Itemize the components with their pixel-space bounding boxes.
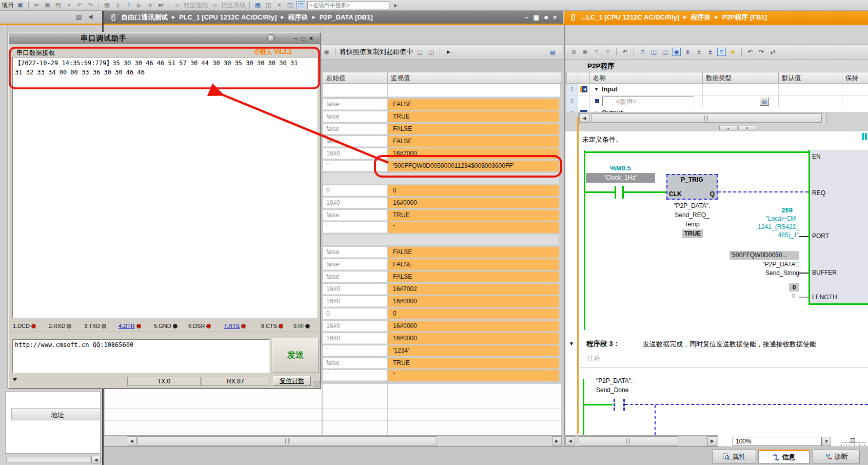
breadcrumb-segment[interactable]: 程序块 (288, 13, 308, 22)
pin-indicator-rts[interactable]: 7.RTS (224, 323, 246, 329)
restore-window-icon[interactable]: □ (302, 35, 305, 42)
breadcrumb-segment[interactable]: 自由口通讯测试 (121, 13, 168, 22)
watch-table-separator-row[interactable] (323, 173, 560, 184)
resize-grip[interactable] (313, 381, 320, 387)
scroll-left-icon[interactable]: ◀ (127, 436, 136, 445)
project-search-input[interactable] (307, 2, 389, 9)
start-cpu-icon[interactable]: ▶ (135, 1, 144, 9)
go-online-label[interactable]: 转至在线 (184, 1, 208, 10)
column-header-default[interactable]: 默认值 (779, 72, 842, 84)
remove-split-icon[interactable]: × (275, 1, 284, 9)
compile-icon[interactable]: ▦ (103, 1, 111, 9)
new-variable-field[interactable]: <新增> (602, 96, 694, 106)
reset-start-values-icon[interactable]: ↶ (621, 48, 629, 56)
copy-snapshot-to-start-icon[interactable]: ◫ (416, 48, 424, 56)
network-compress-icon[interactable]: ◫ (661, 48, 669, 56)
search-next-icon[interactable]: ▸ (391, 1, 400, 9)
close-window-icon[interactable]: × (309, 35, 313, 42)
monitor-value-cell[interactable]: FALSE (388, 272, 559, 282)
receive-alarms-icon[interactable]: ◫ (264, 1, 273, 9)
minimize-window-icon[interactable]: ─ (293, 35, 298, 42)
watch-table-row[interactable]: 16#016#7002 (323, 284, 560, 295)
delete-network-icon[interactable]: ⊗ (581, 48, 589, 56)
trigger-operand[interactable]: "P2P_DATA". Send_REQ_ Temp (663, 202, 721, 228)
monitor-value-cell[interactable]: 16#0000 (388, 198, 559, 208)
scroll-left-icon[interactable]: ◀ (565, 436, 575, 445)
operand-display-icon[interactable]: ≡ (717, 48, 726, 56)
breadcrumb[interactable]: 自由口通讯测试▶PLC_1 [CPU 1212C AC/DC/Rly]▶程序块▶… (121, 13, 372, 22)
scrollbar-thumb[interactable] (137, 436, 437, 445)
absolute-operands-icon[interactable]: ≡ (638, 48, 647, 56)
details-view-icon[interactable]: ▤ (548, 48, 557, 56)
upload-from-device-icon[interactable]: ⇑ (124, 1, 133, 9)
column-header-name[interactable]: 名称 (590, 72, 703, 84)
watch-table-row[interactable]: 16#016#0000 (323, 333, 560, 344)
network3-comment[interactable]: 注释 (587, 355, 600, 363)
load-start-values-icon[interactable]: ◫ (427, 48, 436, 56)
expander-icon[interactable]: ▼ (594, 87, 599, 92)
split-editor-active-icon[interactable]: ◫ (297, 1, 305, 9)
address-scrollbar-track[interactable] (6, 457, 90, 462)
favorites-icon[interactable]: ★ (728, 48, 737, 56)
watch-table-row[interactable]: falseFALSE (323, 259, 560, 270)
watch-table-row[interactable]: 16#016#7000 (323, 148, 560, 159)
comments-toggle-icon[interactable]: ◉ (672, 48, 681, 56)
go-offline-icon[interactable]: ∞ (210, 1, 219, 9)
stop-cpu-icon[interactable]: ■ (146, 1, 154, 9)
breadcrumb[interactable]: ...LC_1 [CPU 1212C AC/DC/Rly]▶程序块▶P2P程序 … (581, 13, 767, 22)
start-value-cell[interactable]: false (323, 99, 387, 110)
scroll-right-icon[interactable]: ▶ (707, 436, 717, 445)
box-parameter-add-icon[interactable]: ± (683, 48, 692, 56)
collapse-panel-icon[interactable]: ▥ (76, 13, 82, 21)
watch-table-row[interactable]: '''500FFQW0D005000011234$00$003600FF' (323, 161, 560, 171)
watch-table-row[interactable]: 00 (323, 308, 560, 319)
watch-table-row[interactable]: '''' (323, 370, 560, 381)
watch-table-row[interactable]: falseTRUE (323, 111, 560, 122)
split-editor-vertical-icon[interactable]: ◫ (286, 1, 294, 9)
start-value-cell[interactable]: 16#0 (323, 284, 387, 295)
start-value-cell[interactable]: '' (323, 222, 387, 233)
restore-window-icon[interactable]: ▣ (533, 14, 539, 21)
watch-table-row[interactable]: 16#016#0000 (323, 321, 560, 332)
insert-row-below-icon[interactable]: ≡ (603, 48, 612, 56)
watch-table-row[interactable]: falseTRUE (323, 210, 560, 221)
monitor-value-cell[interactable]: 16#0000 (388, 321, 559, 332)
scroll-right-icon[interactable]: ▶ (552, 436, 562, 445)
breadcrumb-segment[interactable]: ...LC_1 [CPU 1212C AC/DC/Rly] (581, 13, 679, 21)
cut-icon[interactable]: ✂ (32, 1, 41, 9)
watch-table-row[interactable]: falseFALSE (323, 136, 560, 147)
monitor-value-cell[interactable]: 16#0000 (388, 296, 559, 307)
network3-description[interactable]: 发送数据完成，同时复位发送数据使能，接通接收数据使能 (643, 340, 816, 349)
copy-snapshot-button[interactable]: 将快照值复制到起始值中 (340, 47, 413, 56)
network3-collapse-icon[interactable]: ▼ (569, 341, 574, 346)
copy-icon[interactable]: ▣ (43, 1, 52, 9)
scroll-left-icon[interactable]: ◀ (579, 113, 589, 123)
start-value-cell[interactable]: '' (323, 370, 387, 381)
go-online-icon[interactable]: ∞ (173, 1, 182, 9)
hidden-parameters-icon[interactable]: ± (695, 48, 703, 56)
contact-operand-box[interactable]: "Clock_1Hz" (586, 173, 655, 183)
column-header-datatype[interactable]: 数据类型 (703, 72, 779, 84)
start-value-cell[interactable]: 16#0 (323, 148, 387, 159)
update-block-call-icon[interactable]: ⇄ (768, 48, 777, 56)
watch-table-row[interactable]: '''1234' (323, 345, 560, 356)
serial-window-titlebar[interactable]: 串口调试助手 ─ □ × (9, 33, 320, 44)
watch-table-row[interactable]: falseTRUE (323, 358, 560, 369)
contact-address[interactable]: %M0.5 (586, 164, 655, 172)
monitor-value-cell[interactable]: 0 (388, 185, 559, 196)
start-value-cell[interactable]: false (323, 272, 387, 282)
start-value-cell[interactable]: 0 (323, 185, 387, 196)
fb-horizontal-scrollbar[interactable]: ◀ ▶ (564, 435, 718, 447)
undo-icon[interactable]: ↶ (75, 1, 84, 9)
tab-diagnostics[interactable]: 诊断 (813, 450, 860, 463)
download-to-device-icon[interactable]: ⇓ (113, 1, 122, 9)
scroll-left-icon[interactable]: ◀ (91, 456, 101, 463)
fb-editor-titlebar[interactable]: ...LC_1 [CPU 1212C AC/DC/Rly]▶程序块▶P2P程序 … (564, 11, 868, 24)
address-column-header[interactable]: 地址 (11, 408, 101, 420)
splitter-collapse-up-icon[interactable]: ▲ (719, 126, 737, 130)
minimize-window-icon[interactable]: – (525, 14, 528, 21)
rt-settings-icon[interactable]: RT (156, 1, 165, 9)
open-branch-icon[interactable]: ± (706, 48, 715, 56)
column-header-start-value[interactable]: 起始值 (323, 72, 388, 84)
monitor-value-cell[interactable]: 16#7000 (388, 148, 559, 159)
